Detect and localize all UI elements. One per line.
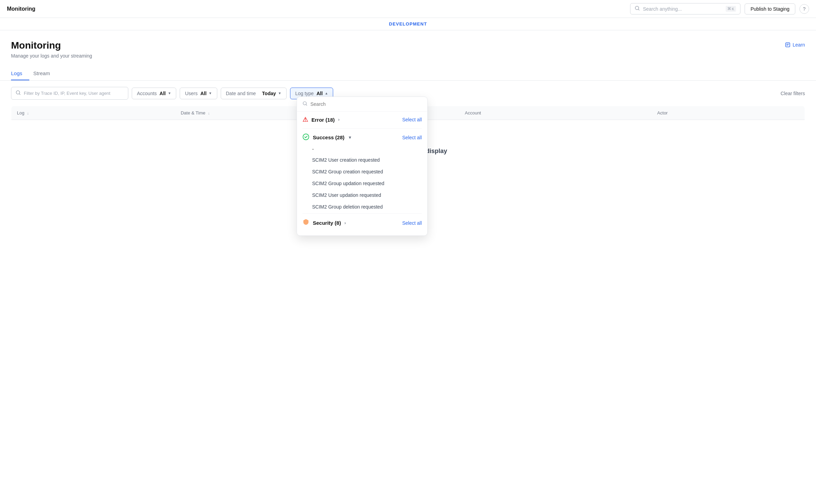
datetime-filter-label: Date and time xyxy=(226,91,256,96)
global-search[interactable]: Search anything... ⌘ K xyxy=(630,3,740,14)
global-search-placeholder: Search anything... xyxy=(643,6,682,12)
tabs-bar: Logs Stream xyxy=(0,67,816,81)
svg-rect-1 xyxy=(786,43,790,47)
logtype-dropdown: ⚠ Error (18) › Select all Success (28) ▼… xyxy=(297,97,428,220)
datetime-filter-value: Today xyxy=(262,91,276,96)
page-subtitle: Manage your logs and your streaming xyxy=(11,53,92,59)
accounts-chevron-icon: ▼ xyxy=(168,91,171,95)
help-button[interactable]: ? xyxy=(799,4,809,14)
filter-search-placeholder: Filter by Trace ID, IP, Event key, User … xyxy=(24,91,110,96)
datetime-filter[interactable]: Date and time Today ▼ xyxy=(221,88,287,99)
success-group-header: Success (28) ▼ Select all xyxy=(297,129,427,145)
warning-icon: ⚠ xyxy=(302,116,308,123)
users-filter[interactable]: Users All ▼ xyxy=(180,88,217,99)
error-group: ⚠ Error (18) › Select all xyxy=(297,112,427,128)
dropdown-search-icon xyxy=(302,101,308,107)
logtype-filter-label: Log type xyxy=(295,91,314,96)
clear-filters-button[interactable]: Clear filters xyxy=(780,91,805,96)
datetime-chevron-icon: ▼ xyxy=(278,91,281,95)
publish-to-staging-button[interactable]: Publish to Staging xyxy=(745,3,795,14)
list-item[interactable]: SCIM2 Group creation requested xyxy=(312,166,427,178)
list-item[interactable]: SCIM2 Group updation requested xyxy=(312,178,427,189)
error-expand-icon[interactable]: › xyxy=(338,117,340,122)
filter-search[interactable]: Filter by Trace ID, IP, Event key, User … xyxy=(11,87,128,100)
list-item[interactable]: SCIM2 Group deletion requested xyxy=(312,201,427,213)
accounts-filter[interactable]: Accounts All ▼ xyxy=(132,88,176,99)
accounts-filter-label: Accounts xyxy=(137,91,157,96)
col-actor: Actor xyxy=(652,106,805,120)
security-group-header: Security (8) › Select all xyxy=(297,214,427,220)
success-group-label: Success (28) xyxy=(313,134,345,140)
divider-1 xyxy=(302,128,422,129)
svg-point-8 xyxy=(303,134,309,140)
col-account: Account xyxy=(459,106,652,120)
security-group: Security (8) › Select all xyxy=(297,214,427,220)
dropdown-search-input[interactable] xyxy=(310,101,422,107)
list-item[interactable]: SCIM2 User creation requested xyxy=(312,154,427,166)
success-sub-items: SCIM2 User creation requested SCIM2 Grou… xyxy=(297,154,427,213)
accounts-filter-value: All xyxy=(160,91,166,96)
search-shortcut: ⌘ K xyxy=(726,6,736,12)
error-group-header: ⚠ Error (18) › Select all xyxy=(297,112,427,128)
learn-icon xyxy=(785,42,790,48)
error-group-label: Error (18) xyxy=(311,117,335,123)
logtype-filter-value: All xyxy=(317,91,323,96)
divider-2 xyxy=(302,213,422,214)
tab-stream[interactable]: Stream xyxy=(33,67,57,80)
success-select-all[interactable]: Select all xyxy=(402,135,422,140)
list-item[interactable]: SCIM2 User updation requested xyxy=(312,189,427,201)
users-filter-value: All xyxy=(200,91,207,96)
users-filter-label: Users xyxy=(185,91,198,96)
error-select-all[interactable]: Select all xyxy=(402,117,422,122)
learn-link[interactable]: Learn xyxy=(785,42,805,48)
page-title: Monitoring xyxy=(11,40,92,51)
logtype-chevron-icon: ▲ xyxy=(325,91,328,95)
success-expand-icon[interactable]: ▼ xyxy=(348,135,352,140)
environment-banner: DEVELOPMENT xyxy=(0,18,816,30)
log-sort-icon: ↓ xyxy=(27,111,29,115)
shield-icon xyxy=(302,219,309,220)
users-chevron-icon: ▼ xyxy=(209,91,212,95)
filter-search-icon xyxy=(16,90,21,97)
search-icon xyxy=(635,6,640,12)
tab-logs[interactable]: Logs xyxy=(11,67,29,80)
topbar-title: Monitoring xyxy=(7,6,36,12)
dropdown-search[interactable] xyxy=(297,97,427,112)
datetime-sort-icon: ↓ xyxy=(208,111,210,115)
col-log[interactable]: Log ↓ xyxy=(11,106,175,120)
check-circle-icon xyxy=(302,133,309,141)
success-group: Success (28) ▼ Select all · SCIM2 User c… xyxy=(297,129,427,213)
